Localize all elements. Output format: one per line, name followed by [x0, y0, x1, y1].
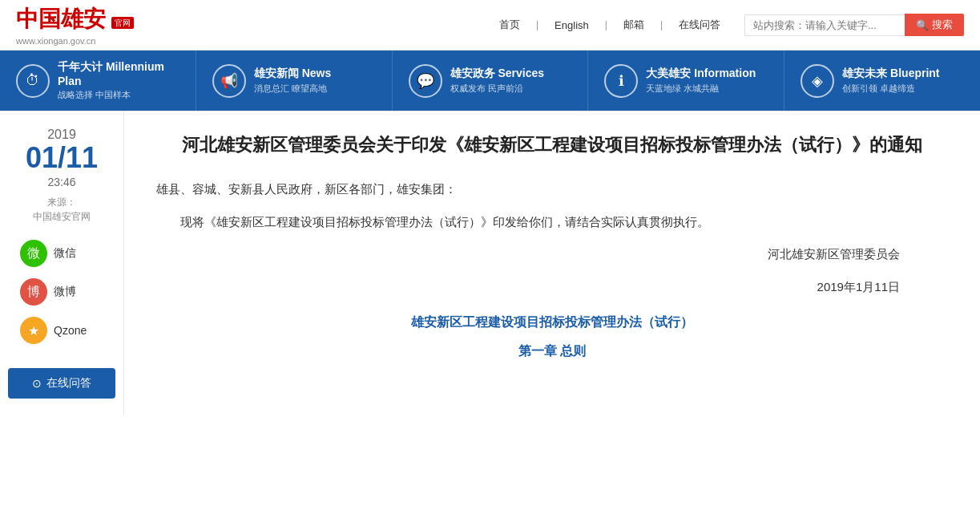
chapter-title: 第一章 总则 [156, 343, 948, 360]
mail-link[interactable]: 邮箱 [615, 18, 652, 32]
services-icon: 💬 [409, 64, 442, 98]
source-name: 中国雄安官网 [33, 211, 91, 222]
services-sub-title: 权威发布 民声前沿 [450, 83, 545, 95]
logo-text: 中国雄安 [16, 6, 106, 31]
millennium-sub-title: 战略选择 中国样本 [58, 89, 179, 101]
content-wrapper: 2019 01/11 23:46 来源： 中国雄安官网 微 微信 博 微博 ★ … [0, 111, 980, 415]
blueprint-main-title: 雄安未来 Blueprint [842, 67, 939, 81]
online-qa-button[interactable]: ⊙ 在线问答 [8, 368, 115, 399]
weibo-item[interactable]: 博 微博 [20, 278, 76, 306]
top-bar-right: 首页 | English | 邮箱 | 在线问答 🔍 搜索 [491, 14, 964, 36]
article-body: 雄县、容城、安新县人民政府，新区各部门，雄安集团： 现将《雄安新区工程建设项目招… [156, 178, 948, 298]
weibo-icon: 博 [20, 278, 47, 306]
body-text: 现将《雄安新区工程建设项目招标投标管理办法（试行）》印发给你们，请结合实际认真贯… [156, 211, 948, 234]
wechat-label: 微信 [54, 246, 76, 261]
online-answer-link[interactable]: 在线问答 [671, 18, 728, 32]
main-content: 河北雄安新区管理委员会关于印发《雄安新区工程建设项目招标投标管理办法（试行）》的… [124, 111, 980, 415]
org-name: 河北雄安新区管理委员会 [156, 243, 900, 266]
blueprint-icon: ◈ [801, 64, 834, 98]
services-text: 雄安政务 Services 权威发布 民声前沿 [450, 67, 545, 95]
information-main-title: 大美雄安 Information [646, 67, 756, 81]
doc-link[interactable]: 雄安新区工程建设项目招标投标管理办法（试行） [156, 314, 948, 331]
online-qa-icon: ⊙ [32, 377, 42, 390]
main-nav: ⏱ 千年大计 Millennium Plan 战略选择 中国样本 📢 雄安新闻 … [0, 51, 980, 111]
date-main: 01/11 [26, 144, 98, 172]
information-text: 大美雄安 Information 天蓝地绿 水城共融 [646, 67, 756, 95]
search-input[interactable] [744, 14, 905, 36]
blueprint-text: 雄安未来 Blueprint 创新引领 卓越缔造 [842, 67, 939, 95]
nav-item-information[interactable]: ℹ 大美雄安 Information 天蓝地绿 水城共融 [588, 51, 784, 111]
nav-item-blueprint[interactable]: ◈ 雄安未来 Blueprint 创新引领 卓越缔造 [784, 51, 980, 111]
recipients-line: 雄县、容城、安新县人民政府，新区各部门，雄安集团： [156, 178, 948, 201]
information-sub-title: 天蓝地绿 水城共融 [646, 83, 756, 95]
millennium-main-title: 千年大计 Millennium Plan [58, 60, 179, 87]
date-source: 来源： 中国雄安官网 [33, 195, 91, 224]
sep2: | [597, 19, 615, 30]
search-bar: 🔍 搜索 [744, 14, 964, 36]
top-nav-links: 首页 | English | 邮箱 | 在线问答 [491, 18, 728, 32]
services-main-title: 雄安政务 Services [450, 67, 545, 81]
source-label: 来源： [47, 196, 76, 208]
nav-item-news[interactable]: 📢 雄安新闻 News 消息总汇 瞭望高地 [196, 51, 393, 111]
sep3: | [652, 19, 671, 30]
information-icon: ℹ [604, 64, 638, 98]
home-link[interactable]: 首页 [491, 18, 528, 32]
wechat-icon: 微 [20, 240, 47, 267]
article-title: 河北雄安新区管理委员会关于印发《雄安新区工程建设项目招标投标管理办法（试行）》的… [156, 132, 948, 158]
search-icon: 🔍 [916, 19, 929, 31]
nav-item-services[interactable]: 💬 雄安政务 Services 权威发布 民声前沿 [393, 51, 589, 111]
logo-url: www.xiongan.gov.cn [16, 36, 134, 46]
social-links: 微 微信 博 微博 ★ Qzone [8, 240, 115, 344]
search-btn-label: 搜索 [932, 18, 953, 32]
date-year: 2019 [47, 128, 76, 142]
online-qa-label: 在线问答 [46, 376, 91, 391]
blueprint-sub-title: 创新引领 卓越缔造 [842, 83, 939, 95]
sidebar: 2019 01/11 23:46 来源： 中国雄安官网 微 微信 博 微博 ★ … [0, 111, 124, 415]
news-main-title: 雄安新闻 News [254, 67, 331, 81]
millennium-text: 千年大计 Millennium Plan 战略选择 中国样本 [58, 60, 179, 101]
top-bar: 中国雄安 官网 www.xiongan.gov.cn 首页 | English … [0, 0, 980, 51]
news-sub-title: 消息总汇 瞭望高地 [254, 83, 331, 95]
wechat-item[interactable]: 微 微信 [20, 240, 76, 267]
logo-badge: 官网 [111, 17, 134, 29]
qzone-label: Qzone [54, 324, 87, 337]
news-icon: 📢 [212, 64, 246, 98]
date-signed: 2019年1月11日 [156, 276, 900, 299]
search-button[interactable]: 🔍 搜索 [905, 14, 964, 36]
news-text: 雄安新闻 News 消息总汇 瞭望高地 [254, 67, 331, 95]
english-link[interactable]: English [546, 19, 597, 31]
nav-item-millennium[interactable]: ⏱ 千年大计 Millennium Plan 战略选择 中国样本 [0, 51, 196, 111]
qzone-icon: ★ [20, 317, 47, 344]
sep1: | [528, 19, 546, 30]
qzone-item[interactable]: ★ Qzone [20, 317, 87, 344]
weibo-label: 微博 [54, 285, 76, 299]
logo-area: 中国雄安 官网 www.xiongan.gov.cn [16, 4, 134, 46]
date-time: 23:46 [47, 176, 75, 188]
millennium-icon: ⏱ [16, 64, 50, 98]
